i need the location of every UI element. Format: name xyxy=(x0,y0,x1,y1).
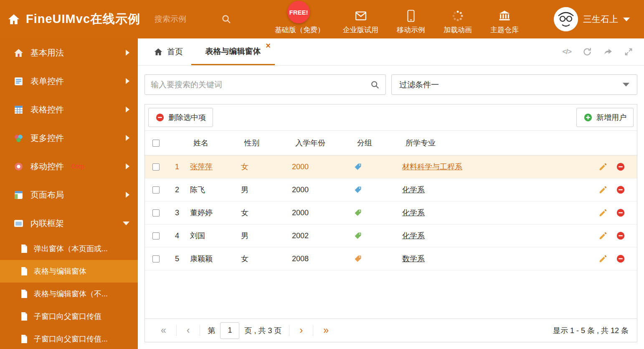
expand-icon[interactable] xyxy=(624,47,633,56)
major-link[interactable]: 化学系 xyxy=(402,232,425,240)
row-number: 2 xyxy=(167,186,188,194)
major-cell: 化学系 xyxy=(400,231,587,241)
sidebar-subitem-grid-edit-window-2[interactable]: 表格与编辑窗体（不... xyxy=(0,283,138,305)
student-name-link[interactable]: 康颖颖 xyxy=(188,254,238,264)
major-link[interactable]: 材料科学与工程系 xyxy=(402,163,462,171)
table-header-row: 姓名 性别 入学年份 分组 所学专业 xyxy=(145,130,637,155)
major-link[interactable]: 化学系 xyxy=(402,186,425,194)
nav-item-enterprise-trial[interactable]: 企业版试用 xyxy=(343,4,378,35)
keyword-search-input[interactable] xyxy=(151,80,370,89)
edit-icon[interactable] xyxy=(598,254,608,263)
delete-icon[interactable] xyxy=(616,254,625,263)
top-search-input[interactable] xyxy=(155,15,221,24)
nav-label: 加载动画 xyxy=(444,25,472,35)
iframe-icon xyxy=(13,218,24,229)
delete-selected-button[interactable]: 删除选中项 xyxy=(148,108,213,127)
student-name-link[interactable]: 董婷婷 xyxy=(188,208,238,218)
user-menu[interactable]: 三生石上 xyxy=(554,7,644,31)
row-actions xyxy=(587,254,637,263)
table-row[interactable]: 5 康颖颖 女 2008 数学系 xyxy=(145,247,637,270)
envelope-icon xyxy=(355,10,367,22)
sidebar-item-form-controls[interactable]: 表单控件 xyxy=(0,67,138,95)
student-name-link[interactable]: 张萍萍 xyxy=(188,162,238,172)
last-page-icon[interactable]: » xyxy=(313,326,339,335)
select-all-checkbox[interactable] xyxy=(152,140,160,147)
student-name-link[interactable]: 陈飞 xyxy=(188,185,238,195)
record-summary: 显示 1 - 5 条 , 共 12 条 xyxy=(553,326,631,336)
add-user-button[interactable]: 新增用户 xyxy=(576,108,634,127)
column-header-major: 所学专业 xyxy=(400,138,587,148)
student-name-link[interactable]: 刘国 xyxy=(188,231,238,241)
free-badge: FREE! xyxy=(287,1,310,23)
row-number: 3 xyxy=(167,209,188,217)
major-link[interactable]: 化学系 xyxy=(402,209,425,217)
row-checkbox[interactable] xyxy=(152,209,160,217)
sidebar-item-iframe[interactable]: 内联框架 xyxy=(0,209,138,237)
layout-icon xyxy=(13,190,24,200)
table-row[interactable]: 3 董婷婷 女 2000 化学系 xyxy=(145,201,637,224)
sidebar-item-basic-usage[interactable]: 基本用法 xyxy=(0,38,138,67)
edit-icon[interactable] xyxy=(598,185,608,194)
row-checkbox[interactable] xyxy=(152,232,160,239)
sidebar-item-more-controls[interactable]: 更多控件 xyxy=(0,124,138,152)
sidebar-item-label: 移动控件 xyxy=(30,161,64,172)
brand[interactable]: FineUIMvc在线示例 xyxy=(0,11,140,28)
sidebar-subitem-child-to-parent-2[interactable]: 子窗口向父窗口传值... xyxy=(0,328,138,349)
row-checkbox[interactable] xyxy=(152,163,160,171)
table-row[interactable]: 1 张萍萍 女 2000 材料科学与工程系 xyxy=(145,155,637,178)
avatar xyxy=(554,7,578,31)
page-number-input[interactable] xyxy=(220,322,239,339)
major-link[interactable]: 数学系 xyxy=(402,255,425,263)
row-number: 1 xyxy=(167,163,188,171)
refresh-icon[interactable] xyxy=(582,47,592,57)
table-row[interactable]: 4 刘国 男 2002 化学系 xyxy=(145,224,637,247)
mobile-controls-icon xyxy=(13,161,24,172)
file-icon xyxy=(20,267,28,276)
tag-icon xyxy=(351,163,400,171)
table-row[interactable]: 2 陈飞 男 2000 化学系 xyxy=(145,178,637,201)
top-header: FREE! FineUIMvc在线示例 基础版（免费） 企业版试用 xyxy=(0,0,644,38)
edit-icon[interactable] xyxy=(598,231,608,240)
gender-cell: 女 xyxy=(238,254,289,264)
sidebar-item-page-layout[interactable]: 页面布局 xyxy=(0,181,138,209)
delete-icon[interactable] xyxy=(616,208,625,217)
file-icon xyxy=(20,289,28,298)
spinner-icon xyxy=(451,10,464,22)
column-header-gender: 性别 xyxy=(238,138,289,148)
row-actions xyxy=(587,231,637,240)
search-icon[interactable] xyxy=(221,14,231,24)
page-label-suffix: 页 , 共 3 页 xyxy=(242,326,289,336)
tab-grid-edit-window[interactable]: 表格与编辑窗体 × xyxy=(191,38,275,65)
prev-page-icon[interactable]: ‹ xyxy=(177,326,200,335)
tab-home[interactable]: 首页 xyxy=(150,38,186,65)
plus-circle-icon xyxy=(583,113,593,122)
edit-icon[interactable] xyxy=(598,208,608,217)
nav-item-theme-store[interactable]: 主题仓库 xyxy=(490,4,519,35)
view-source-icon[interactable]: </> xyxy=(562,48,571,56)
edit-icon[interactable] xyxy=(598,162,608,171)
sidebar: 基本用法 表单控件 表格控件 更多控件 移动控件 Corp. 页面布局 xyxy=(0,38,138,349)
search-icon[interactable] xyxy=(370,80,380,89)
row-checkbox[interactable] xyxy=(152,255,160,262)
column-header-year: 入学年份 xyxy=(289,138,351,148)
more-controls-icon xyxy=(13,133,24,143)
row-checkbox[interactable] xyxy=(152,186,160,194)
close-icon[interactable]: × xyxy=(266,41,271,50)
first-page-icon[interactable]: « xyxy=(151,326,176,335)
delete-icon[interactable] xyxy=(616,231,625,240)
sidebar-subitem-popup-window[interactable]: 弹出窗体（本页面或... xyxy=(0,237,138,260)
row-number: 4 xyxy=(167,232,188,240)
forward-icon[interactable] xyxy=(603,47,613,57)
nav-item-loading-animation[interactable]: 加载动画 xyxy=(444,4,472,35)
delete-icon[interactable] xyxy=(616,185,625,194)
nav-item-mobile-demo[interactable]: 移动示例 xyxy=(397,4,425,35)
sidebar-subitem-child-to-parent[interactable]: 子窗口向父窗口传值 xyxy=(0,305,138,328)
filter-dropdown[interactable]: 过滤条件一 xyxy=(391,74,637,95)
sidebar-subitem-label: 子窗口向父窗口传值... xyxy=(34,334,108,344)
sidebar-item-grid-controls[interactable]: 表格控件 xyxy=(0,95,138,124)
delete-icon[interactable] xyxy=(616,162,625,171)
sidebar-subitem-grid-edit-window[interactable]: 表格与编辑窗体 xyxy=(0,260,138,283)
home-icon xyxy=(154,47,163,56)
sidebar-item-mobile-controls[interactable]: 移动控件 Corp. xyxy=(0,152,138,181)
next-page-icon[interactable]: › xyxy=(289,326,313,335)
